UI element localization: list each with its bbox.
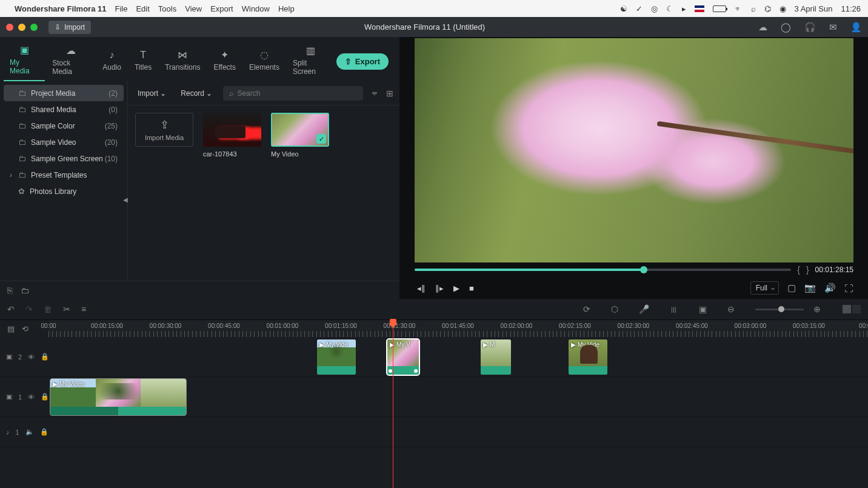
mute-icon[interactable]: 🔈 bbox=[25, 428, 34, 436]
play-icon[interactable]: ▸ bbox=[682, 4, 686, 13]
collapse-sidebar-icon[interactable]: ◀ bbox=[123, 196, 128, 203]
lock-icon[interactable]: 🔒 bbox=[40, 428, 48, 436]
tab-audio[interactable]: ♪Audio bbox=[96, 47, 127, 76]
split-icon[interactable]: ✂ bbox=[63, 304, 70, 314]
filter-icon[interactable]: ⫧ bbox=[370, 89, 379, 98]
seek-bar[interactable] bbox=[415, 269, 791, 271]
message-icon[interactable]: ✉ bbox=[829, 22, 837, 33]
stop-button[interactable]: ■ bbox=[469, 284, 474, 293]
import-media-tile[interactable]: ⇪Import Media bbox=[135, 113, 193, 147]
zoom-slider[interactable] bbox=[755, 309, 804, 310]
track-header-audio-1[interactable]: ♪1 🔈 🔒 bbox=[0, 417, 48, 447]
menu-export[interactable]: Export bbox=[210, 4, 233, 13]
menu-help[interactable]: Help bbox=[278, 4, 295, 13]
tab-elements[interactable]: ◌Elements bbox=[243, 47, 285, 76]
menu-view[interactable]: View bbox=[185, 4, 202, 13]
menu-tools[interactable]: Tools bbox=[158, 4, 176, 13]
quality-select[interactable]: Full bbox=[750, 281, 779, 295]
display-icon[interactable]: ▢ bbox=[787, 282, 796, 293]
tab-split-screen[interactable]: ▥Split Screen bbox=[287, 42, 335, 81]
tab-stock-media[interactable]: ☁Stock Media bbox=[46, 42, 95, 81]
new-project-icon[interactable]: ⎘ bbox=[7, 286, 12, 295]
media-thumb-car[interactable]: car-107843 bbox=[203, 113, 261, 158]
menu-file[interactable]: File bbox=[115, 4, 127, 13]
search-input[interactable] bbox=[237, 89, 357, 98]
new-folder-icon[interactable]: 🗀 bbox=[21, 286, 29, 295]
search-icon[interactable]: ⌕ bbox=[751, 4, 756, 13]
mixer-icon[interactable]: ⫼ bbox=[670, 304, 678, 314]
tab-effects[interactable]: ✦Effects bbox=[207, 47, 241, 76]
zoom-out-icon[interactable]: ⊖ bbox=[727, 304, 735, 314]
adjust-icon[interactable]: ▣ bbox=[699, 304, 707, 314]
track-manager-icon[interactable]: ▤ bbox=[7, 324, 15, 333]
preview-viewport[interactable] bbox=[415, 38, 853, 262]
zoom-in-icon[interactable]: ⊕ bbox=[813, 304, 821, 314]
visibility-icon[interactable]: 👁 bbox=[28, 393, 35, 401]
clip[interactable]: ▶My Vide bbox=[317, 339, 356, 375]
menu-window[interactable]: Window bbox=[242, 4, 270, 13]
folder-sample-video[interactable]: 🗀Sample Video(20) bbox=[4, 134, 124, 150]
cloud-icon[interactable]: ☁ bbox=[758, 22, 767, 33]
tab-titles[interactable]: TTitles bbox=[129, 47, 158, 76]
mark-in-icon[interactable]: { bbox=[797, 265, 800, 275]
clip[interactable]: ▶My Vide bbox=[569, 339, 607, 375]
account-icon[interactable]: ◯ bbox=[781, 22, 791, 33]
siri-icon[interactable]: ◉ bbox=[780, 4, 786, 13]
redo-icon[interactable]: ↷ bbox=[25, 304, 33, 314]
view-toggle[interactable] bbox=[841, 305, 861, 313]
moon-icon[interactable]: ☾ bbox=[666, 4, 673, 13]
folder-sample-color[interactable]: 🗀Sample Color(25) bbox=[4, 118, 124, 134]
folder-project-media[interactable]: 🗀Project Media(2) bbox=[4, 85, 124, 101]
clip-selected[interactable]: ▶My V bbox=[387, 339, 419, 375]
snapshot-icon[interactable]: 📷 bbox=[804, 282, 816, 293]
delete-icon[interactable]: 🗑 bbox=[44, 304, 52, 314]
track-audio-1[interactable] bbox=[48, 417, 868, 447]
import-button[interactable]: ⇩ Import bbox=[48, 21, 91, 34]
folder-shared-media[interactable]: 🗀Shared Media(0) bbox=[4, 101, 124, 118]
render-icon[interactable]: ⟳ bbox=[583, 304, 590, 314]
voiceover-icon[interactable]: 🎤 bbox=[639, 304, 649, 314]
maximize-button[interactable] bbox=[30, 24, 38, 31]
track-video-2[interactable]: ▶My Vide ▶My V ▶M ▶My Vide bbox=[48, 337, 868, 377]
status-icon[interactable]: ◎ bbox=[651, 4, 658, 13]
record-dropdown[interactable]: Record ⌄ bbox=[177, 87, 216, 100]
battery-icon[interactable] bbox=[713, 5, 726, 12]
support-icon[interactable]: 🎧 bbox=[804, 22, 816, 33]
folder-preset-templates[interactable]: ›🗀Preset Templates bbox=[4, 167, 124, 183]
close-button[interactable] bbox=[6, 24, 13, 31]
search-field[interactable]: ⌕ bbox=[223, 86, 363, 101]
media-thumb-my-video[interactable]: ✓ My Video bbox=[271, 113, 329, 158]
grid-view-icon[interactable]: ⊞ bbox=[386, 89, 393, 98]
wifi-icon[interactable]: ᯤ bbox=[735, 4, 743, 13]
tab-my-media[interactable]: ▣My Media bbox=[4, 42, 45, 81]
control-center-icon[interactable]: ⌬ bbox=[764, 4, 771, 13]
mark-out-icon[interactable]: } bbox=[806, 265, 809, 275]
prev-frame-button[interactable]: ◂∥ bbox=[417, 284, 426, 293]
import-dropdown[interactable]: Import ⌄ bbox=[134, 87, 170, 100]
track-lanes[interactable]: ▶My Vide ▶My V ▶M ▶My Vide ▶My Video bbox=[48, 337, 868, 488]
status-icon[interactable]: ✓ bbox=[636, 4, 643, 13]
app-name[interactable]: Wondershare Filmora 11 bbox=[15, 4, 106, 13]
user-icon[interactable]: 👤 bbox=[850, 22, 862, 33]
flag-icon[interactable] bbox=[695, 5, 704, 12]
menubar-time[interactable]: 11:26 bbox=[841, 4, 861, 13]
link-icon[interactable]: ⟲ bbox=[22, 324, 28, 333]
menu-edit[interactable]: Edit bbox=[136, 4, 149, 13]
status-icon[interactable]: ☯ bbox=[620, 4, 627, 13]
list-icon[interactable]: ≡ bbox=[81, 304, 86, 314]
timeline-ruler[interactable]: 00:0000:00:15:0000:00:30:0000:00:45:0000… bbox=[48, 320, 868, 337]
folder-photos-library[interactable]: ✿Photos Library bbox=[4, 183, 124, 199]
marker-icon[interactable]: ⬡ bbox=[611, 304, 618, 314]
menubar-date[interactable]: 3 April Sun bbox=[795, 4, 833, 13]
fullscreen-icon[interactable]: ⛶ bbox=[844, 283, 853, 293]
next-frame-button[interactable]: ∥▸ bbox=[435, 284, 444, 293]
clip[interactable]: ▶M bbox=[481, 339, 511, 375]
tab-transitions[interactable]: ⋈Transitions bbox=[159, 47, 206, 76]
folder-sample-green[interactable]: 🗀Sample Green Screen(10) bbox=[4, 150, 124, 167]
track-video-1[interactable]: ▶My Video bbox=[48, 377, 868, 417]
playhead[interactable] bbox=[393, 320, 393, 488]
volume-icon[interactable]: 🔊 bbox=[824, 282, 836, 293]
minimize-button[interactable] bbox=[18, 24, 25, 31]
export-button[interactable]: ⇧Export bbox=[336, 53, 389, 70]
play-button[interactable]: ▶ bbox=[453, 284, 459, 293]
